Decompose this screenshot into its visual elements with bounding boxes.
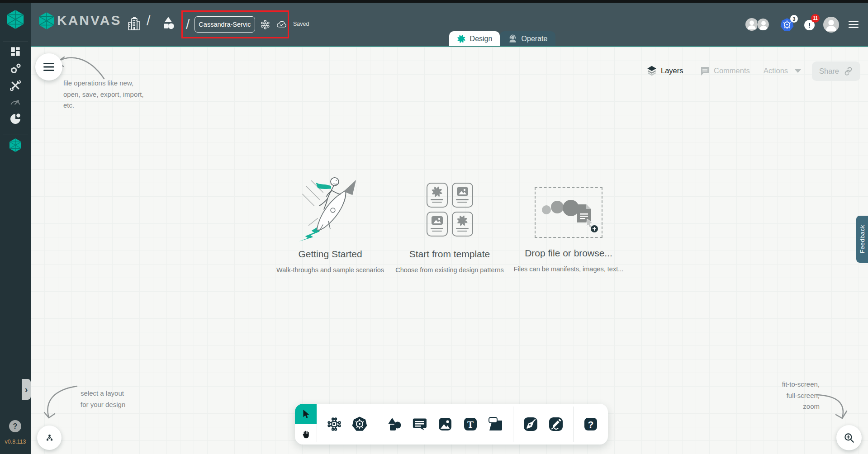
text-tool-icon: T	[462, 416, 479, 432]
tool-shapes[interactable]	[386, 416, 403, 432]
card-title: Start from template	[409, 249, 490, 260]
comment-tool-icon	[412, 416, 428, 432]
canvas-menu-button[interactable]	[35, 53, 62, 80]
layers-button[interactable]: Layers	[661, 66, 683, 75]
tab-operate[interactable]: Operate	[500, 31, 555, 46]
card-subtitle: Choose from existing design patterns	[395, 266, 503, 274]
kanvas-logo-text: KANVAS	[57, 13, 121, 28]
image-icon	[431, 215, 443, 227]
header-underline	[31, 46, 868, 47]
kanvas-logo-icon[interactable]	[38, 11, 55, 30]
tool-pan-hand[interactable]	[295, 424, 317, 445]
user-avatar[interactable]	[823, 17, 839, 33]
share-label: Share	[819, 67, 839, 76]
help-button[interactable]: ?	[9, 420, 21, 432]
actions-dropdown[interactable]: Actions	[764, 66, 788, 75]
tool-help[interactable]: ?	[583, 416, 599, 432]
actions-caret-icon[interactable]	[794, 69, 802, 73]
svg-text:T: T	[467, 419, 474, 430]
zoom-note: fit-to-screen, full-screen, zoom	[742, 379, 820, 412]
tool-select-cursor[interactable]	[295, 404, 317, 424]
breadcrumb-separator: /	[186, 17, 190, 32]
card-title: Drop file or browse...	[525, 248, 612, 259]
sidebar-divider	[3, 134, 28, 134]
tab-operate-label: Operate	[522, 35, 548, 43]
tool-pen[interactable]	[522, 416, 539, 432]
share-button[interactable]: Share	[812, 61, 860, 81]
tool-comment[interactable]	[412, 416, 428, 432]
kubernetes-context-badge: 3	[790, 15, 798, 23]
tool-freehand[interactable]	[548, 416, 564, 432]
dropzone[interactable]	[535, 187, 602, 238]
highlight-box: /	[181, 10, 289, 38]
meshery-logo-icon[interactable]	[6, 9, 25, 30]
tab-design-label: Design	[470, 35, 493, 43]
organization-icon[interactable]	[128, 16, 140, 31]
section-tool-icon	[488, 416, 504, 432]
help-tool-icon: ?	[583, 416, 599, 432]
template-thumb	[452, 183, 473, 208]
workspace-shapes-icon[interactable]	[161, 16, 175, 31]
comments-icon	[699, 66, 710, 76]
pen-tool-icon	[522, 416, 539, 432]
breadcrumb-separator: /	[147, 13, 150, 28]
image-icon	[456, 186, 469, 198]
tool-components[interactable]	[326, 416, 342, 432]
layout-graph-icon	[44, 432, 55, 443]
template-thumb	[427, 183, 448, 208]
tool-section[interactable]	[488, 416, 504, 432]
file-operations-note: file operations like new, open, save, ex…	[63, 78, 144, 111]
design-tab-icon	[457, 34, 466, 43]
feedback-label: Feedback	[859, 225, 866, 253]
environment-icon[interactable]	[260, 19, 270, 31]
shapes-icon	[386, 416, 403, 432]
pencil-draw-icon	[548, 416, 564, 432]
annotation-arrow	[40, 383, 79, 423]
tab-design[interactable]: Design	[449, 31, 500, 46]
design-name-input[interactable]	[194, 16, 255, 33]
apply-layout-button[interactable]	[37, 426, 62, 450]
collaborator-avatar[interactable]	[757, 18, 769, 31]
version-label: v0.8.113	[0, 439, 31, 445]
pattern-icon	[431, 186, 443, 198]
saved-status-label: Saved	[293, 21, 309, 27]
hand-icon	[301, 429, 311, 440]
zoom-in-icon	[843, 432, 855, 444]
sidebar-item-extensions[interactable]	[9, 113, 22, 125]
collaborator-avatar[interactable]	[745, 18, 758, 31]
drop-file-icon	[536, 188, 602, 237]
canvas-toolbar: T	[295, 404, 608, 445]
comments-button[interactable]: Comments	[714, 66, 750, 75]
drop-file-card[interactable]: Drop file or browse... Files can be mani…	[519, 171, 618, 273]
getting-started-card[interactable]: Getting Started Walk-throughs and sample…	[280, 171, 380, 274]
tool-kubernetes[interactable]	[351, 416, 368, 432]
annotation-arrow	[813, 387, 850, 423]
sidebar-divider	[3, 42, 28, 42]
notifications-badge: 11	[811, 14, 820, 23]
app-root: › ? v0.8.113 KANVAS / / Saved	[0, 0, 868, 454]
feedback-tab[interactable]: Feedback	[856, 216, 868, 263]
top-strip	[0, 0, 868, 3]
card-title: Getting Started	[298, 249, 362, 260]
sidebar-expand-button[interactable]: ›	[22, 379, 31, 400]
sidebar-item-kanvas[interactable]	[9, 138, 22, 152]
template-thumb	[427, 212, 448, 236]
card-subtitle: Walk-throughs and sample scenarios	[276, 266, 384, 274]
tool-text[interactable]: T	[462, 416, 479, 432]
sidebar-item-lifecycle-gears[interactable]	[9, 62, 22, 76]
header-menu-icon[interactable]	[849, 21, 859, 30]
template-thumb	[452, 212, 473, 236]
cursor-icon	[301, 409, 311, 420]
start-from-template-card[interactable]: Start from template Choose from existing…	[400, 171, 499, 274]
tool-image[interactable]	[437, 416, 453, 432]
sidebar-item-configuration-tools[interactable]	[9, 80, 21, 91]
component-mesh-icon	[326, 416, 342, 432]
zoom-controls-button[interactable]	[836, 425, 862, 450]
template-grid	[427, 183, 473, 236]
kubernetes-icon	[351, 416, 368, 432]
cloud-saved-icon	[275, 19, 288, 30]
sidebar-item-performance-gauge[interactable]	[9, 96, 21, 106]
layers-icon	[646, 65, 658, 76]
sidebar-item-dashboard[interactable]	[9, 46, 21, 57]
card-subtitle: Files can be manifests, images, text...	[514, 265, 624, 273]
